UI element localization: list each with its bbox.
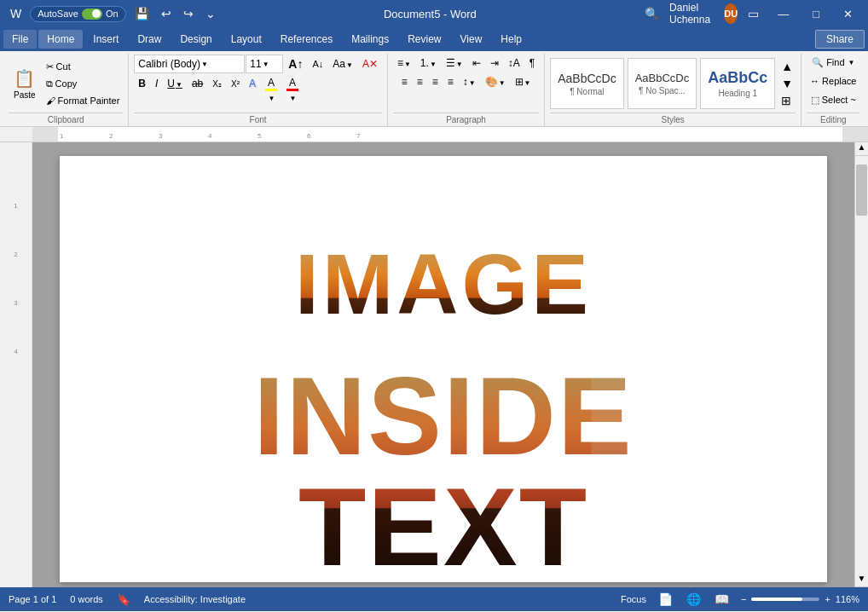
save-icon[interactable]: 💾 <box>131 5 153 22</box>
styles-more-button[interactable]: ⊞ <box>778 92 796 109</box>
clipboard-secondary: ✂ Cut ⧉ Copy 🖌 Format Painter <box>43 59 124 108</box>
read-mode-button[interactable]: 📖 <box>713 591 731 608</box>
strikethrough-button[interactable]: ab <box>188 75 207 92</box>
font-size-selector[interactable]: 11 ▼ <box>246 55 283 73</box>
word-icon[interactable]: W <box>7 5 25 22</box>
ribbon-display-icon[interactable]: ▭ <box>744 5 762 22</box>
menu-item-help[interactable]: Help <box>492 30 530 49</box>
superscript-button[interactable]: X² <box>227 75 244 92</box>
font-name-dropdown-arrow[interactable]: ▼ <box>201 61 208 68</box>
document-page[interactable]: IMAGE INSIDE TEXT <box>60 156 827 582</box>
share-button[interactable]: Share <box>815 30 865 49</box>
line-spacing-button[interactable]: ↕▼ <box>459 73 480 90</box>
bold-button[interactable]: B <box>134 75 150 92</box>
search-icon[interactable]: 🔍 <box>641 5 663 22</box>
zoom-level[interactable]: 116% <box>836 594 859 604</box>
scroll-up-button[interactable]: ▲ <box>855 142 868 156</box>
style-normal[interactable]: AaBbCcDc ¶ Normal <box>550 58 623 109</box>
justify-button[interactable]: ≡ <box>443 73 458 90</box>
autosave-badge[interactable]: AutoSave On <box>30 6 125 22</box>
document-text-inside: INSIDE TEXT <box>128 361 759 582</box>
replace-button[interactable]: ↔ Replace <box>807 73 859 89</box>
avatar[interactable]: DU <box>724 3 738 24</box>
ruler-track[interactable]: 1 2 3 4 5 6 7 <box>32 127 868 141</box>
text-highlight-button[interactable]: A ▼ <box>261 75 281 92</box>
font-color-icon: A <box>286 77 298 91</box>
menu-item-insert[interactable]: Insert <box>84 30 127 49</box>
minimize-button[interactable]: — <box>769 4 797 24</box>
web-layout-button[interactable]: 🌐 <box>685 591 703 608</box>
clear-format-button[interactable]: A✕ <box>358 55 382 72</box>
select-button[interactable]: ⬚ Select ~ <box>807 92 859 107</box>
style-no-spacing[interactable]: AaBbCcDc ¶ No Spac... <box>628 58 697 109</box>
close-button[interactable]: ✕ <box>835 4 861 24</box>
show-paragraph-button[interactable]: ¶ <box>525 55 539 72</box>
align-right-button[interactable]: ≡ <box>428 73 443 90</box>
zoom-slider[interactable] <box>751 598 819 601</box>
ruler-marker: 2 <box>109 132 113 140</box>
find-dropdown-arrow[interactable]: ▼ <box>848 59 855 66</box>
change-case-button[interactable]: Aa▼ <box>328 55 357 72</box>
increase-indent-button[interactable]: ⇥ <box>486 55 503 72</box>
borders-button[interactable]: ⊞▼ <box>511 73 535 90</box>
autosave-toggle[interactable] <box>82 9 102 20</box>
shading-button[interactable]: 🎨▼ <box>481 73 510 90</box>
scroll-track[interactable] <box>855 156 868 574</box>
text-effects-button[interactable]: A <box>245 75 260 92</box>
font-size-dropdown-arrow[interactable]: ▼ <box>263 61 269 68</box>
zoom-in-button[interactable]: + <box>825 594 830 604</box>
find-button[interactable]: 🔍 Find ▼ <box>808 55 858 70</box>
ruler-marker: 6 <box>307 132 310 140</box>
menu-item-mailings[interactable]: Mailings <box>343 30 397 49</box>
menu-item-design[interactable]: Design <box>171 30 220 49</box>
copy-icon: ⧉ <box>46 78 53 89</box>
paste-button[interactable]: 📋 Paste <box>9 58 41 109</box>
scroll-down-button[interactable]: ▼ <box>855 574 868 587</box>
bullets-button[interactable]: ≡▼ <box>393 55 415 72</box>
page-area[interactable]: IMAGE INSIDE TEXT <box>32 142 854 587</box>
styles-scroll-up-button[interactable]: ▲ <box>778 58 796 75</box>
styles-scroll-controls: ▲ ▼ ⊞ <box>778 58 796 109</box>
font-label: Font <box>134 113 382 124</box>
accessibility-status[interactable]: Accessibility: Investigate <box>144 594 246 604</box>
menu-item-references[interactable]: References <box>272 30 341 49</box>
customize-qat-icon[interactable]: ⌄ <box>202 5 219 22</box>
menu-item-view[interactable]: View <box>452 30 491 49</box>
underline-button[interactable]: U▼ <box>163 75 187 92</box>
vertical-scrollbar[interactable]: ▲ ▼ <box>854 142 868 587</box>
menu-item-file[interactable]: File <box>3 30 37 49</box>
menu-item-home[interactable]: Home <box>38 30 83 49</box>
redo-icon[interactable]: ↪ <box>180 5 197 22</box>
copy-button[interactable]: ⧉ Copy <box>43 76 124 91</box>
highlight-dropdown-arrow[interactable]: ▼ <box>269 95 275 102</box>
numbering-button[interactable]: 1.▼ <box>416 55 441 72</box>
title-bar: W AutoSave On 💾 ↩ ↪ ⌄ Document5 - Word 🔍… <box>0 0 868 27</box>
align-left-button[interactable]: ≡ <box>397 73 412 90</box>
menu-item-review[interactable]: Review <box>399 30 449 49</box>
subscript-button[interactable]: X₂ <box>208 75 226 92</box>
format-painter-button[interactable]: 🖌 Format Painter <box>43 93 124 108</box>
undo-icon[interactable]: ↩ <box>158 5 175 22</box>
multilevel-list-button[interactable]: ☰▼ <box>442 55 467 72</box>
style-heading1[interactable]: AaBbCc Heading 1 <box>700 58 775 109</box>
menu-item-draw[interactable]: Draw <box>129 30 170 49</box>
focus-label[interactable]: Focus <box>621 594 646 604</box>
decrease-font-button[interactable]: A↓ <box>308 55 327 72</box>
font-name-selector[interactable]: Calibri (Body) ▼ <box>134 55 245 73</box>
font-color-button[interactable]: A ▼ <box>282 75 303 92</box>
increase-font-button[interactable]: A↑ <box>284 55 307 72</box>
maximize-button[interactable]: □ <box>804 4 828 24</box>
print-layout-button[interactable]: 📄 <box>657 591 674 608</box>
style-heading1-preview: AaBbCc <box>708 69 767 87</box>
decrease-indent-button[interactable]: ⇤ <box>468 55 485 72</box>
menu-item-layout[interactable]: Layout <box>223 30 270 49</box>
font-color-dropdown-arrow[interactable]: ▼ <box>290 95 297 102</box>
sort-button[interactable]: ↕A <box>504 55 524 72</box>
align-center-button[interactable]: ≡ <box>413 73 427 90</box>
scroll-thumb[interactable] <box>856 165 867 216</box>
cut-button[interactable]: ✂ Cut <box>43 59 124 74</box>
zoom-out-button[interactable]: − <box>741 594 746 604</box>
ruler: 1 2 3 4 5 6 7 <box>0 127 868 142</box>
italic-button[interactable]: I <box>151 75 162 92</box>
styles-scroll-down-button[interactable]: ▼ <box>778 75 796 92</box>
